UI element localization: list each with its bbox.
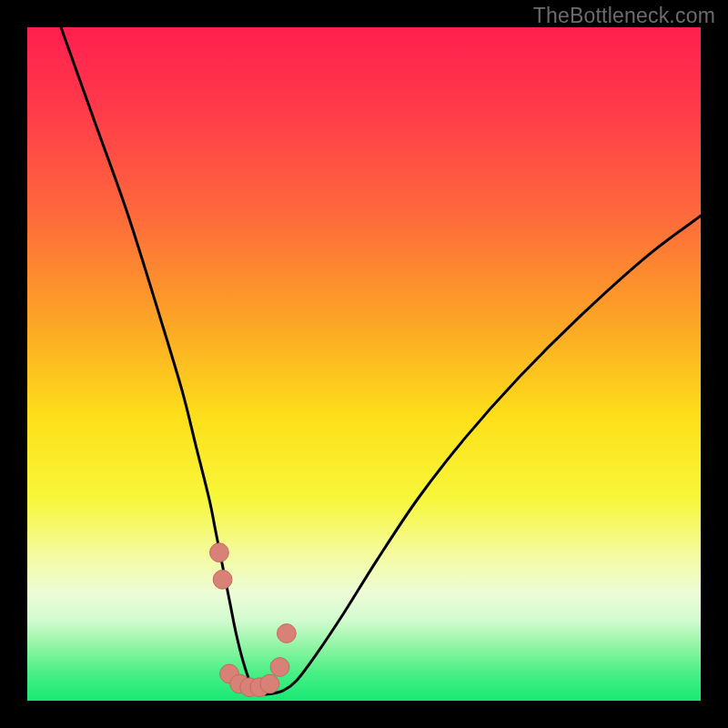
marker-point — [270, 658, 289, 677]
watermark-text: TheBottleneck.com — [533, 4, 715, 28]
marker-point — [210, 543, 229, 562]
curve-layer — [27, 27, 701, 701]
plot-area — [27, 27, 701, 701]
marker-point — [278, 624, 297, 643]
chart-frame: TheBottleneck.com — [0, 0, 728, 728]
marker-point — [260, 674, 279, 693]
bottleneck-curve — [61, 27, 701, 694]
marker-point — [213, 570, 232, 589]
